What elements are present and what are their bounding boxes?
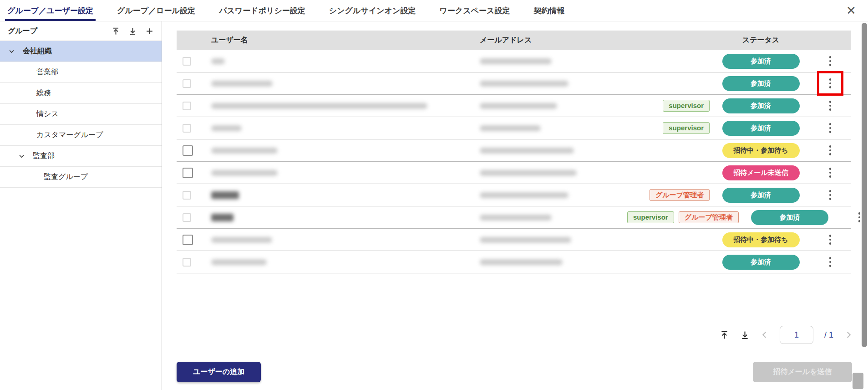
checkbox-cell: [177, 168, 208, 178]
import-icon[interactable]: [740, 330, 750, 340]
tab-2[interactable]: グループ／ロール設定: [116, 0, 197, 21]
chevron-down-icon[interactable]: [18, 153, 25, 160]
email-cell: [477, 170, 627, 176]
row-checkbox[interactable]: [183, 145, 193, 156]
tab-6[interactable]: 契約情報: [532, 0, 566, 21]
table-row: 参加済: [177, 72, 851, 95]
sidebar-item[interactable]: 監査グループ: [0, 167, 162, 188]
status-cell: 招待中・参加待ち: [712, 232, 810, 247]
username-cell: [208, 259, 477, 265]
email-blurred: [480, 237, 571, 243]
chevron-down-icon[interactable]: [8, 48, 15, 55]
download-icon[interactable]: [128, 26, 137, 36]
status-badge: 参加済: [722, 255, 800, 270]
row-actions-cell: [810, 72, 851, 94]
group-sidebar: グループ 会社組織営業部総務情シスカスタマーグループ監査部監査グループ: [0, 21, 162, 390]
sidebar-item[interactable]: 情シス: [0, 104, 162, 125]
tab-3[interactable]: パスワードポリシー設定: [218, 0, 307, 21]
sidebar-title: グループ: [8, 26, 37, 36]
username-blurred: [211, 259, 267, 265]
status-badge: 参加済: [722, 54, 800, 69]
roles-cell: グループ管理者: [627, 189, 712, 201]
table-row: supervisorグループ管理者参加済: [177, 206, 851, 229]
checkbox-cell: [177, 124, 208, 133]
status-cell: 参加済: [712, 54, 810, 69]
email-blurred: [480, 81, 569, 87]
status-cell: 参加済: [712, 121, 810, 136]
row-actions-cell: [810, 95, 851, 117]
status-badge: 招待中・参加待ち: [722, 143, 800, 158]
status-cell: 招待メール未送信: [712, 165, 810, 180]
status-cell: 参加済: [712, 188, 810, 203]
email-blurred: [480, 58, 552, 64]
roles-cell: supervisorグループ管理者: [627, 211, 741, 224]
checkbox-cell: [177, 57, 208, 66]
roles-cell: supervisor: [627, 122, 712, 134]
vertical-scrollbar-thumb[interactable]: [862, 23, 867, 347]
table-row: supervisor参加済: [177, 95, 851, 117]
email-cell: [477, 192, 627, 198]
status-cell: 参加済: [712, 255, 810, 270]
row-checkbox[interactable]: [183, 168, 193, 178]
tab-1[interactable]: グループ／ユーザー設定: [6, 0, 95, 21]
col-header-status: ステータス: [712, 36, 810, 45]
kebab-menu-icon[interactable]: [827, 187, 834, 203]
kebab-menu-icon[interactable]: [827, 232, 834, 247]
sidebar-item-label: 監査グループ: [44, 172, 88, 182]
email-cell: [477, 58, 627, 64]
kebab-menu-icon[interactable]: [827, 53, 834, 69]
status-badge: 参加済: [751, 210, 828, 225]
user-table: ユーザー名 メールアドレス ステータス 参加済参加済supervisor参加済s…: [177, 31, 851, 273]
checkbox-cell: [177, 145, 208, 156]
upload-icon[interactable]: [111, 26, 120, 36]
checkbox-cell: [177, 79, 208, 88]
close-icon[interactable]: ✕: [844, 4, 858, 17]
username-cell: [208, 81, 477, 87]
pagination: / 1: [720, 326, 853, 344]
kebab-menu-icon[interactable]: [827, 254, 834, 270]
sidebar-item[interactable]: 会社組織: [0, 41, 162, 62]
next-page-icon[interactable]: [844, 331, 853, 339]
row-checkbox: [183, 57, 191, 66]
sidebar-item[interactable]: 営業部: [0, 62, 162, 83]
kebab-menu-icon[interactable]: [827, 98, 834, 113]
username-cell: [208, 191, 477, 199]
export-icon[interactable]: [720, 330, 729, 340]
kebab-menu-icon[interactable]: [827, 76, 834, 91]
row-checkbox: [183, 124, 191, 133]
col-header-email: メールアドレス: [477, 36, 627, 45]
sidebar-item-label: カスタマーグループ: [36, 130, 103, 140]
sidebar-item[interactable]: 総務: [0, 83, 162, 104]
table-row: 参加済: [177, 50, 851, 72]
username-blurred: [211, 214, 233, 221]
kebab-menu-icon[interactable]: [827, 165, 834, 180]
row-checkbox: [183, 102, 191, 110]
add-user-button[interactable]: ユーザーの追加: [177, 362, 261, 382]
email-cell: [477, 81, 627, 87]
user-table-header: ユーザー名 メールアドレス ステータス: [177, 31, 851, 50]
add-group-icon[interactable]: [145, 26, 154, 36]
kebab-menu-icon[interactable]: [827, 143, 834, 158]
sidebar-item[interactable]: 監査部: [0, 146, 162, 167]
checkbox-cell: [177, 213, 208, 222]
kebab-menu-icon[interactable]: [827, 120, 834, 136]
sidebar-item[interactable]: カスタマーグループ: [0, 125, 162, 146]
status-cell: 招待中・参加待ち: [712, 143, 810, 158]
col-header-username: ユーザー名: [208, 36, 477, 45]
username-blurred: [211, 58, 225, 64]
tab-4[interactable]: シングルサインオン設定: [328, 0, 417, 21]
prev-page-icon[interactable]: [761, 331, 769, 339]
page-number-input[interactable]: [780, 326, 813, 344]
tab-list: グループ／ユーザー設定グループ／ロール設定パスワードポリシー設定シングルサインオ…: [6, 0, 587, 21]
status-badge: 招待メール未送信: [722, 165, 800, 180]
supervisor-badge: supervisor: [663, 100, 710, 112]
username-blurred: [211, 103, 427, 109]
row-checkbox[interactable]: [183, 235, 193, 245]
username-cell: [208, 148, 477, 154]
scrollbar-corner[interactable]: [853, 373, 863, 389]
status-badge: 参加済: [722, 76, 800, 91]
tab-5[interactable]: ワークスペース設定: [438, 0, 511, 21]
row-actions-cell: [810, 50, 851, 72]
row-actions-cell: [810, 117, 851, 139]
roles-cell: supervisor: [627, 100, 712, 112]
